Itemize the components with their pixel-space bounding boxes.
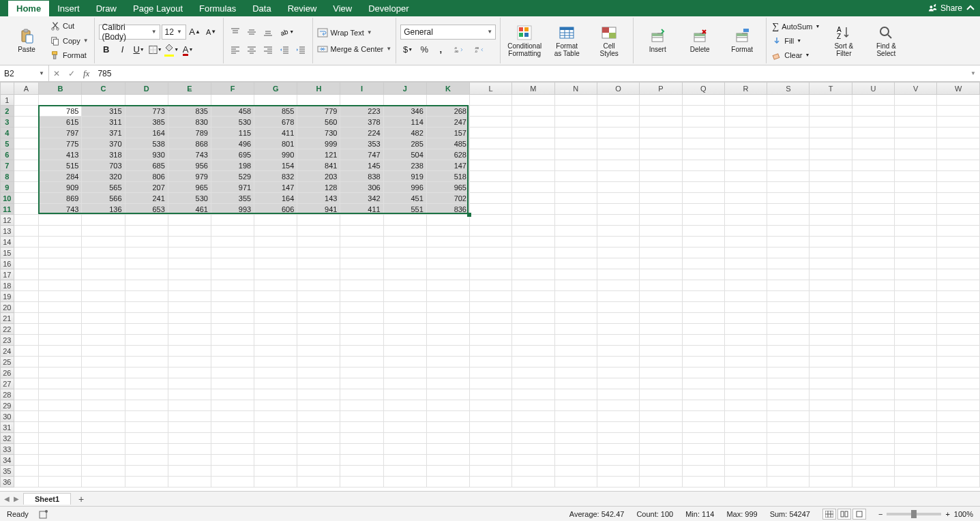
- cell-K19[interactable]: [426, 291, 469, 302]
- fx-icon[interactable]: fx: [79, 68, 93, 79]
- enter-formula-button[interactable]: ✓: [64, 65, 79, 81]
- cell-L19[interactable]: [469, 291, 511, 302]
- cell-G36[interactable]: [254, 477, 297, 487]
- cell-R15[interactable]: [724, 247, 767, 258]
- cell-W35[interactable]: [937, 466, 980, 477]
- cut-button[interactable]: Cut: [49, 19, 90, 33]
- cell-E24[interactable]: [168, 346, 211, 357]
- cell-P35[interactable]: [640, 466, 682, 477]
- cell-P12[interactable]: [640, 215, 682, 226]
- cell-A30[interactable]: [14, 411, 39, 422]
- cell-D21[interactable]: [125, 313, 168, 324]
- cell-S9[interactable]: [767, 182, 810, 193]
- cell-C25[interactable]: [82, 357, 125, 368]
- cell-S21[interactable]: [767, 313, 810, 324]
- cell-U23[interactable]: [852, 335, 894, 346]
- cell-W31[interactable]: [937, 422, 980, 433]
- cell-J24[interactable]: [383, 346, 426, 357]
- cell-D6[interactable]: 930: [125, 149, 168, 160]
- cell-K34[interactable]: [426, 455, 469, 466]
- cell-M29[interactable]: [512, 400, 554, 411]
- cell-W27[interactable]: [937, 378, 980, 389]
- cell-N10[interactable]: [554, 193, 597, 204]
- cell-W8[interactable]: [937, 171, 980, 182]
- copy-button[interactable]: Copy▼: [49, 34, 90, 48]
- cell-T34[interactable]: [810, 455, 852, 466]
- cell-S17[interactable]: [767, 269, 810, 280]
- cell-H19[interactable]: [297, 291, 340, 302]
- cell-F2[interactable]: 458: [211, 106, 254, 117]
- cell-U11[interactable]: [852, 204, 894, 215]
- cell-W23[interactable]: [937, 335, 980, 346]
- cell-S27[interactable]: [767, 378, 810, 389]
- cell-N15[interactable]: [554, 247, 597, 258]
- cell-Q1[interactable]: [682, 95, 724, 106]
- collapse-ribbon-icon[interactable]: [966, 4, 975, 12]
- cell-G27[interactable]: [254, 378, 297, 389]
- cell-D22[interactable]: [125, 324, 168, 335]
- cell-C26[interactable]: [82, 368, 125, 378]
- cell-C13[interactable]: [82, 226, 125, 237]
- cell-P11[interactable]: [640, 204, 682, 215]
- column-header-I[interactable]: I: [340, 82, 383, 95]
- cell-M8[interactable]: [512, 171, 554, 182]
- cell-B8[interactable]: 284: [39, 171, 82, 182]
- cell-N34[interactable]: [554, 455, 597, 466]
- cell-K11[interactable]: 836: [426, 204, 469, 215]
- cell-E29[interactable]: [168, 400, 211, 411]
- cell-V32[interactable]: [895, 433, 937, 444]
- cell-M24[interactable]: [512, 346, 554, 357]
- cell-D29[interactable]: [125, 400, 168, 411]
- cell-S16[interactable]: [767, 258, 810, 269]
- italic-button[interactable]: I: [115, 42, 130, 57]
- cell-C3[interactable]: 311: [82, 117, 125, 127]
- cell-W9[interactable]: [937, 182, 980, 193]
- formula-input[interactable]: 785: [93, 69, 966, 78]
- cell-S10[interactable]: [767, 193, 810, 204]
- cell-E28[interactable]: [168, 389, 211, 400]
- cell-J23[interactable]: [383, 335, 426, 346]
- cell-Q11[interactable]: [682, 204, 724, 215]
- row-header-12[interactable]: 12: [1, 215, 14, 226]
- cell-L12[interactable]: [469, 215, 511, 226]
- cell-H32[interactable]: [297, 433, 340, 444]
- cell-B24[interactable]: [39, 346, 82, 357]
- cell-N23[interactable]: [554, 335, 597, 346]
- cell-T19[interactable]: [810, 291, 852, 302]
- cell-J27[interactable]: [383, 378, 426, 389]
- cell-Q33[interactable]: [682, 444, 724, 455]
- cell-E11[interactable]: 461: [168, 204, 211, 215]
- cell-K15[interactable]: [426, 247, 469, 258]
- cell-L36[interactable]: [469, 477, 511, 487]
- cell-P22[interactable]: [640, 324, 682, 335]
- select-all-corner[interactable]: [1, 82, 14, 95]
- column-header-G[interactable]: G: [254, 82, 297, 95]
- cell-W7[interactable]: [937, 160, 980, 171]
- cell-E13[interactable]: [168, 226, 211, 237]
- cell-V13[interactable]: [895, 226, 937, 237]
- cell-G22[interactable]: [254, 324, 297, 335]
- cell-C12[interactable]: [82, 215, 125, 226]
- cell-U27[interactable]: [852, 378, 894, 389]
- cell-P33[interactable]: [640, 444, 682, 455]
- cell-S25[interactable]: [767, 357, 810, 368]
- row-header-6[interactable]: 6: [1, 149, 14, 160]
- cell-I36[interactable]: [340, 477, 383, 487]
- cell-C28[interactable]: [82, 389, 125, 400]
- cell-H15[interactable]: [297, 247, 340, 258]
- cell-C7[interactable]: 703: [82, 160, 125, 171]
- cell-D30[interactable]: [125, 411, 168, 422]
- cell-C1[interactable]: [82, 95, 125, 106]
- cell-R16[interactable]: [724, 258, 767, 269]
- format-cells-button[interactable]: Format: [722, 19, 762, 62]
- cell-O5[interactable]: [597, 138, 639, 149]
- cell-U4[interactable]: [852, 127, 894, 138]
- cell-W32[interactable]: [937, 433, 980, 444]
- cell-F19[interactable]: [211, 291, 254, 302]
- cell-B21[interactable]: [39, 313, 82, 324]
- cell-D33[interactable]: [125, 444, 168, 455]
- cell-V14[interactable]: [895, 237, 937, 247]
- cell-W33[interactable]: [937, 444, 980, 455]
- cell-I15[interactable]: [340, 247, 383, 258]
- cell-Q26[interactable]: [682, 368, 724, 378]
